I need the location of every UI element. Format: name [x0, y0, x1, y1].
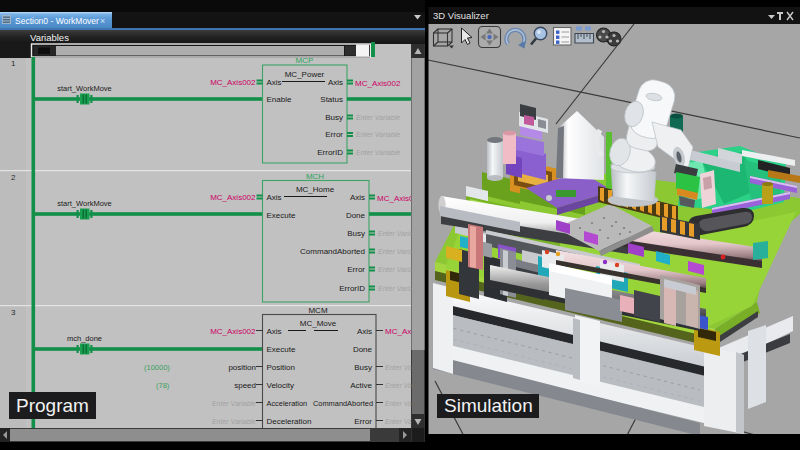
svg-text:Enter Va: Enter Va	[385, 364, 412, 371]
svg-text:speed: speed	[234, 381, 256, 390]
svg-text:Enter Varia: Enter Varia	[378, 285, 413, 292]
svg-text:3D Visualizer: 3D Visualizer	[433, 10, 489, 21]
svg-text:ErrorID: ErrorID	[339, 284, 365, 293]
svg-text:Enter Varia: Enter Varia	[378, 230, 413, 237]
svg-text:Enter Variable: Enter Variable	[212, 418, 256, 425]
svg-text:MC_Move: MC_Move	[300, 319, 337, 328]
svg-text:Simulation: Simulation	[444, 395, 533, 416]
svg-text:Enter Variable: Enter Variable	[356, 114, 400, 121]
svg-text:start_WorkMove: start_WorkMove	[57, 199, 111, 208]
svg-text:MC_Axis002: MC_Axis002	[210, 78, 256, 87]
svg-text:Variables: Variables	[30, 32, 69, 43]
svg-text:Busy: Busy	[354, 363, 372, 372]
svg-text:Enter Variable: Enter Variable	[356, 149, 400, 156]
svg-text:Deceleration: Deceleration	[267, 417, 312, 426]
svg-text:Enter Va: Enter Va	[385, 382, 412, 389]
svg-text:Enter Va: Enter Va	[385, 418, 412, 425]
svg-text:start_WorkMove: start_WorkMove	[57, 84, 111, 93]
svg-text:position: position	[228, 363, 256, 372]
svg-text:Error: Error	[325, 130, 343, 139]
svg-text:ErrorID: ErrorID	[317, 148, 343, 157]
svg-text:(78): (78)	[156, 381, 170, 390]
svg-text:MCP: MCP	[296, 56, 314, 65]
svg-text:MC_Axis002: MC_Axis002	[210, 193, 256, 202]
svg-text:Axis: Axis	[267, 193, 282, 202]
svg-text:2: 2	[11, 173, 16, 182]
svg-text:Execute: Execute	[267, 345, 296, 354]
svg-text:Enter Va: Enter Va	[385, 400, 412, 407]
svg-text:Enter Variable: Enter Variable	[212, 400, 256, 407]
svg-text:MC_Home: MC_Home	[296, 185, 335, 194]
svg-text:3: 3	[11, 308, 16, 317]
svg-text:Busy: Busy	[325, 113, 343, 122]
svg-text:Axis: Axis	[328, 78, 343, 87]
svg-text:Axis: Axis	[267, 327, 282, 336]
svg-text:CommandAborted: CommandAborted	[313, 399, 373, 408]
svg-text:Program: Program	[16, 395, 89, 416]
svg-text:Axis: Axis	[267, 78, 282, 87]
svg-text:MC_Power: MC_Power	[285, 70, 325, 79]
svg-text:Active: Active	[350, 381, 372, 390]
svg-text:Done: Done	[353, 345, 373, 354]
svg-text:Enter Variable: Enter Variable	[356, 131, 400, 138]
svg-text:Section0 - WorkMover: Section0 - WorkMover	[15, 16, 99, 26]
svg-text:Enter Varia: Enter Varia	[378, 266, 413, 273]
svg-text:Busy: Busy	[347, 229, 365, 238]
svg-text:Error: Error	[347, 265, 365, 274]
svg-text:Axis: Axis	[350, 193, 365, 202]
svg-text:MCH: MCH	[306, 172, 324, 181]
svg-text:MCM: MCM	[308, 306, 327, 315]
svg-text:Done: Done	[346, 211, 366, 220]
svg-text:Execute: Execute	[267, 211, 296, 220]
svg-text:Enter Varia: Enter Varia	[378, 248, 413, 255]
svg-text:Position: Position	[267, 363, 295, 372]
svg-text:mch_done: mch_done	[67, 334, 102, 343]
svg-text:Velocity: Velocity	[267, 381, 295, 390]
svg-text:Enable: Enable	[267, 95, 292, 104]
svg-text:Error: Error	[354, 417, 372, 426]
svg-text:(10000): (10000)	[144, 363, 170, 372]
svg-text:×: ×	[100, 16, 105, 26]
svg-text:CommandAborted: CommandAborted	[300, 247, 365, 256]
svg-text:MC_Axis002: MC_Axis002	[210, 327, 256, 336]
svg-text:Status: Status	[320, 95, 343, 104]
svg-text:MC_Axis002: MC_Axis002	[355, 79, 401, 88]
svg-text:Axis: Axis	[357, 327, 372, 336]
svg-text:1: 1	[11, 59, 16, 68]
svg-text:Acceleration: Acceleration	[267, 399, 308, 408]
